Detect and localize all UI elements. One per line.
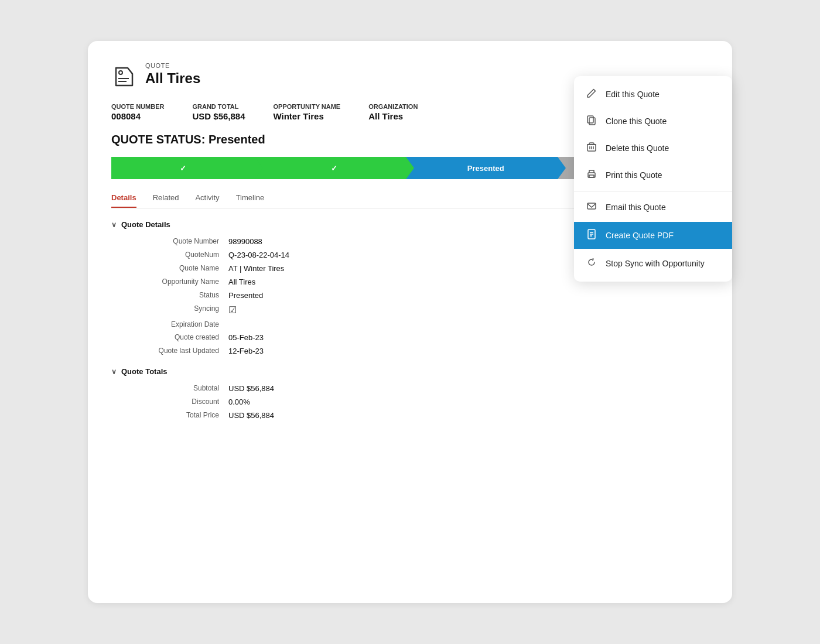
meta-grand-total: Grand Total USD $56,884 bbox=[192, 103, 245, 121]
detail-label-subtotal: Subtotal bbox=[111, 384, 228, 392]
detail-label-quote-updated: Quote last Updated bbox=[111, 347, 228, 355]
meta-organization-value: All Tires bbox=[368, 111, 418, 121]
menu-item-delete[interactable]: Delete this Quote bbox=[574, 135, 732, 162]
quote-icon bbox=[111, 63, 137, 89]
meta-quote-number-value: 008084 bbox=[111, 111, 164, 121]
detail-row-expiration-date: Expiration Date bbox=[111, 320, 709, 328]
detail-value-opportunity-name: All Tires bbox=[228, 278, 255, 286]
quote-totals-label: Quote Totals bbox=[121, 367, 167, 376]
menu-item-print[interactable]: Print this Quote bbox=[574, 162, 732, 189]
progress-step-3[interactable]: Presented bbox=[406, 157, 558, 179]
tab-details[interactable]: Details bbox=[111, 193, 136, 208]
step1-label: ✓ bbox=[180, 164, 186, 173]
detail-label-quotenum: QuoteNum bbox=[111, 251, 228, 259]
detail-value-status: Presented bbox=[228, 291, 263, 300]
dropdown-menu: Edit this Quote Clone this Quote Delete … bbox=[574, 76, 732, 282]
meta-opportunity-name-value: Winter Tires bbox=[274, 111, 341, 121]
clone-icon bbox=[586, 115, 597, 128]
detail-label-syncing: Syncing bbox=[111, 304, 228, 313]
quote-details-label: Quote Details bbox=[121, 220, 170, 229]
menu-item-edit[interactable]: Edit this Quote bbox=[574, 81, 732, 108]
main-card: QUOTE All Tires QUOTE NUMBER 008084 Gran… bbox=[88, 41, 732, 603]
quote-label: QUOTE bbox=[145, 62, 200, 69]
email-icon bbox=[586, 201, 597, 214]
delete-icon bbox=[586, 142, 597, 155]
detail-value-total-price: USD $56,884 bbox=[228, 411, 274, 420]
detail-label-opportunity-name: Opportunity Name bbox=[111, 278, 228, 286]
menu-divider-1 bbox=[574, 191, 732, 191]
detail-row-discount: Discount 0.00% bbox=[111, 398, 709, 406]
detail-value-quote-updated: 12-Feb-23 bbox=[228, 347, 264, 355]
menu-create-pdf-label: Create Quote PDF bbox=[606, 231, 674, 240]
menu-print-label: Print this Quote bbox=[606, 170, 662, 180]
meta-grand-total-label: Grand Total bbox=[192, 103, 245, 110]
detail-row-syncing: Syncing ☑ bbox=[111, 304, 709, 316]
svg-rect-3 bbox=[589, 118, 595, 125]
menu-edit-label: Edit this Quote bbox=[606, 90, 660, 99]
detail-row-quote-updated: Quote last Updated 12-Feb-23 bbox=[111, 347, 709, 355]
menu-item-email[interactable]: Email this Quote bbox=[574, 194, 732, 221]
meta-organization: Organization All Tires bbox=[368, 103, 418, 121]
chevron-down-icon-2: ∨ bbox=[111, 368, 117, 376]
detail-label-quote-name: Quote Name bbox=[111, 264, 228, 272]
menu-email-label: Email this Quote bbox=[606, 203, 666, 212]
meta-quote-number-label: QUOTE NUMBER bbox=[111, 103, 164, 110]
svg-rect-12 bbox=[587, 203, 596, 209]
detail-label-discount: Discount bbox=[111, 398, 228, 406]
progress-step-1[interactable]: ✓ bbox=[111, 157, 255, 179]
chevron-down-icon: ∨ bbox=[111, 221, 117, 229]
detail-label-quote-created: Quote created bbox=[111, 333, 228, 341]
meta-opportunity-name-label: Opportunity Name bbox=[274, 103, 341, 110]
menu-item-stop-sync[interactable]: Stop Sync with Opportunity bbox=[574, 250, 732, 277]
tab-related[interactable]: Related bbox=[153, 193, 179, 208]
detail-value-subtotal: USD $56,884 bbox=[228, 384, 274, 393]
detail-value-quotenum: Q-23-08-22-04-14 bbox=[228, 251, 289, 259]
meta-opportunity-name: Opportunity Name Winter Tires bbox=[274, 103, 341, 121]
meta-organization-label: Organization bbox=[368, 103, 418, 110]
svg-rect-4 bbox=[587, 116, 593, 123]
tab-timeline[interactable]: Timeline bbox=[236, 193, 265, 208]
quote-title-block: QUOTE All Tires bbox=[145, 62, 200, 87]
detail-label-expiration-date: Expiration Date bbox=[111, 320, 228, 328]
stop-sync-icon bbox=[586, 257, 597, 270]
quote-totals-table: Subtotal USD $56,884 Discount 0.00% Tota… bbox=[111, 384, 709, 420]
progress-step-2[interactable]: ✓ bbox=[255, 157, 406, 179]
meta-grand-total-value: USD $56,884 bbox=[192, 111, 245, 121]
detail-label-total-price: Total Price bbox=[111, 411, 228, 419]
detail-value-quote-name: AT | Winter Tires bbox=[228, 264, 284, 273]
detail-value-syncing: ☑ bbox=[228, 304, 237, 316]
svg-point-0 bbox=[119, 71, 122, 74]
detail-row-status: Status Presented bbox=[111, 291, 709, 300]
detail-value-quote-created: 05-Feb-23 bbox=[228, 333, 264, 342]
detail-value-quote-number: 98990088 bbox=[228, 237, 262, 246]
tab-activity[interactable]: Activity bbox=[195, 193, 219, 208]
pdf-icon bbox=[586, 229, 597, 242]
menu-item-create-pdf[interactable]: Create Quote PDF bbox=[574, 222, 732, 249]
syncing-checkbox: ☑ bbox=[228, 305, 237, 315]
menu-delete-label: Delete this Quote bbox=[606, 143, 669, 153]
print-icon bbox=[586, 169, 597, 181]
detail-row-total-price: Total Price USD $56,884 bbox=[111, 411, 709, 420]
step3-label: Presented bbox=[467, 164, 504, 173]
menu-item-clone[interactable]: Clone this Quote bbox=[574, 108, 732, 135]
step2-label: ✓ bbox=[331, 164, 337, 173]
detail-label-quote-number: Quote Number bbox=[111, 237, 228, 245]
detail-label-status: Status bbox=[111, 291, 228, 299]
detail-row-quote-created: Quote created 05-Feb-23 bbox=[111, 333, 709, 342]
menu-stop-sync-label: Stop Sync with Opportunity bbox=[606, 259, 705, 268]
quote-totals-section-header[interactable]: ∨ Quote Totals bbox=[111, 367, 709, 376]
meta-quote-number: QUOTE NUMBER 008084 bbox=[111, 103, 164, 121]
detail-value-discount: 0.00% bbox=[228, 398, 250, 406]
edit-icon bbox=[586, 88, 597, 101]
detail-row-subtotal: Subtotal USD $56,884 bbox=[111, 384, 709, 393]
svg-rect-11 bbox=[589, 175, 594, 177]
quote-name: All Tires bbox=[145, 70, 200, 87]
menu-clone-label: Clone this Quote bbox=[606, 117, 667, 126]
